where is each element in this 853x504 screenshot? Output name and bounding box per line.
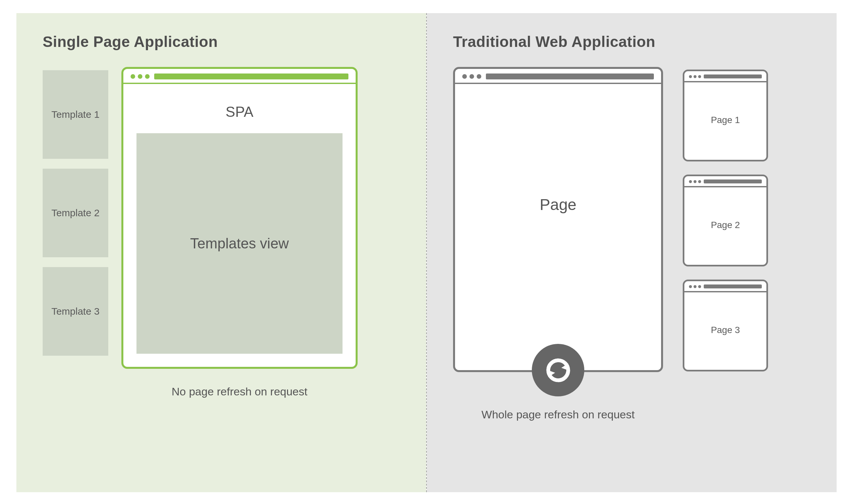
window-dots-icon: [689, 180, 701, 183]
templates-view-area: Templates view: [137, 133, 343, 354]
page-tile-3: Page 3: [683, 280, 768, 372]
spa-caption: No page refresh on request: [171, 385, 307, 398]
window-dots-icon: [689, 75, 701, 78]
window-dots-icon: [131, 74, 150, 79]
template-tile-2: Template 2: [43, 169, 108, 257]
window-dots-icon: [689, 285, 701, 288]
template-tile-3: Template 3: [43, 267, 108, 356]
traditional-main-wrap: Page Whole page refresh on request: [453, 67, 663, 421]
page-tile-titlebar: [684, 71, 766, 81]
page-tile-label: Page 2: [711, 219, 740, 231]
traditional-browser-window: Page: [453, 67, 663, 372]
titlebar-separator: [684, 81, 766, 83]
address-bar-icon: [704, 285, 762, 288]
titlebar-separator: [684, 186, 766, 187]
panel-body-traditional: Page Whole page refresh on request: [453, 67, 817, 421]
address-bar-icon: [704, 179, 762, 183]
templates-column: Template 1 Template 2 Template 3: [43, 70, 108, 356]
panel-title-spa: Single Page Application: [43, 33, 406, 51]
page-tile-2: Page 2: [683, 175, 768, 267]
panel-traditional: Traditional Web Application Page: [427, 13, 837, 492]
traditional-browser-titlebar: [455, 69, 661, 83]
panel-spa: Single Page Application Template 1 Templ…: [16, 13, 426, 492]
spa-browser-titlebar: [123, 69, 356, 83]
spa-browser-window: SPA Templates view: [121, 67, 358, 369]
page-tile-label: Page 3: [711, 324, 740, 336]
window-dots-icon: [462, 74, 481, 79]
page-tile-label: Page 1: [711, 114, 740, 126]
spa-browser-body: SPA Templates view: [123, 84, 356, 367]
panel-title-traditional: Traditional Web Application: [453, 33, 817, 51]
address-bar-icon: [704, 74, 762, 78]
panel-body-spa: Template 1 Template 2 Template 3: [43, 67, 406, 398]
pages-column: Page 1 Page 2: [683, 70, 768, 372]
address-bar-icon: [486, 73, 654, 79]
spa-label: SPA: [226, 104, 254, 120]
refresh-icon: [532, 344, 584, 396]
titlebar-separator: [455, 83, 661, 84]
page-tile-1: Page 1: [683, 70, 768, 161]
spa-main-wrap: SPA Templates view No page refresh on re…: [121, 67, 358, 398]
titlebar-separator: [684, 291, 766, 292]
page-tile-titlebar: [684, 281, 766, 291]
address-bar-icon: [154, 73, 348, 79]
diagram-canvas: Single Page Application Template 1 Templ…: [0, 0, 853, 504]
traditional-caption: Whole page refresh on request: [482, 408, 635, 421]
template-tile-1: Template 1: [43, 70, 108, 159]
page-tile-titlebar: [684, 176, 766, 186]
page-label: Page: [540, 196, 577, 214]
